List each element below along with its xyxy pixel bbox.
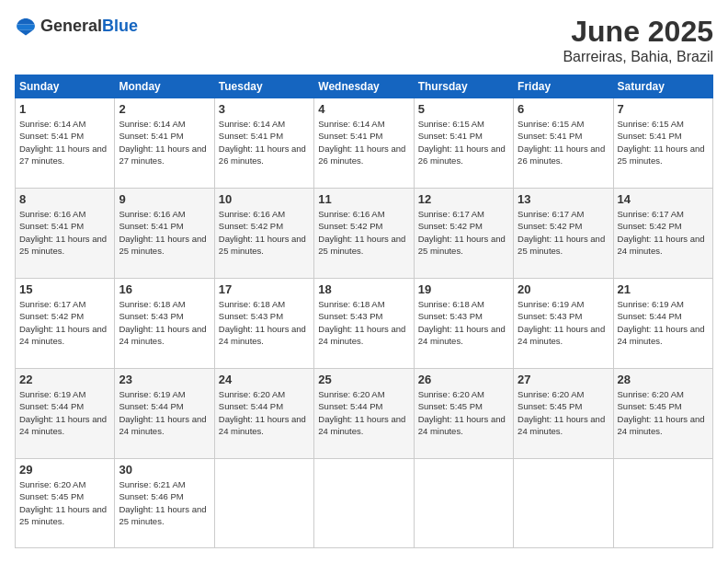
day-info: Sunrise: 6:20 AM Sunset: 5:45 PM Dayligh… bbox=[518, 388, 609, 437]
day-info: Sunrise: 6:20 AM Sunset: 5:44 PM Dayligh… bbox=[219, 388, 310, 437]
logo-general: General bbox=[40, 17, 102, 35]
table-cell: 4 Sunrise: 6:14 AM Sunset: 5:41 PM Dayli… bbox=[314, 98, 414, 189]
day-number: 26 bbox=[418, 373, 509, 386]
day-info: Sunrise: 6:19 AM Sunset: 5:44 PM Dayligh… bbox=[19, 388, 110, 437]
day-number: 17 bbox=[219, 282, 310, 296]
header-tuesday: Tuesday bbox=[214, 75, 313, 98]
table-cell bbox=[514, 458, 613, 547]
day-info: Sunrise: 6:14 AM Sunset: 5:41 PM Dayligh… bbox=[318, 118, 409, 167]
day-info: Sunrise: 6:16 AM Sunset: 5:42 PM Dayligh… bbox=[219, 208, 310, 257]
day-info: Sunrise: 6:20 AM Sunset: 5:45 PM Dayligh… bbox=[618, 388, 709, 437]
table-cell: 28 Sunrise: 6:20 AM Sunset: 5:45 PM Dayl… bbox=[613, 368, 712, 458]
table-cell: 17 Sunrise: 6:18 AM Sunset: 5:43 PM Dayl… bbox=[214, 278, 313, 368]
day-number: 12 bbox=[418, 192, 509, 206]
day-info: Sunrise: 6:15 AM Sunset: 5:41 PM Dayligh… bbox=[618, 118, 709, 167]
day-number: 19 bbox=[418, 282, 509, 296]
table-cell: 7 Sunrise: 6:15 AM Sunset: 5:41 PM Dayli… bbox=[613, 98, 712, 189]
header-saturday: Saturday bbox=[613, 75, 712, 98]
table-cell: 6 Sunrise: 6:15 AM Sunset: 5:41 PM Dayli… bbox=[514, 98, 613, 189]
day-info: Sunrise: 6:14 AM Sunset: 5:41 PM Dayligh… bbox=[119, 118, 210, 167]
day-info: Sunrise: 6:15 AM Sunset: 5:41 PM Dayligh… bbox=[518, 118, 609, 167]
day-number: 29 bbox=[19, 463, 110, 477]
day-info: Sunrise: 6:20 AM Sunset: 5:45 PM Dayligh… bbox=[19, 478, 110, 527]
day-number: 27 bbox=[518, 373, 609, 386]
title-area: June 2025 Barreiras, Bahia, Brazil bbox=[563, 15, 713, 65]
table-cell: 24 Sunrise: 6:20 AM Sunset: 5:44 PM Dayl… bbox=[214, 368, 313, 458]
header-row: Sunday Monday Tuesday Wednesday Thursday… bbox=[16, 75, 713, 98]
day-info: Sunrise: 6:19 AM Sunset: 5:44 PM Dayligh… bbox=[119, 388, 210, 437]
day-number: 16 bbox=[119, 282, 210, 296]
day-number: 6 bbox=[518, 102, 609, 116]
table-cell: 20 Sunrise: 6:19 AM Sunset: 5:43 PM Dayl… bbox=[514, 278, 613, 368]
table-cell: 19 Sunrise: 6:18 AM Sunset: 5:43 PM Dayl… bbox=[414, 278, 513, 368]
header-friday: Friday bbox=[514, 75, 613, 98]
table-cell: 27 Sunrise: 6:20 AM Sunset: 5:45 PM Dayl… bbox=[514, 368, 613, 458]
day-number: 28 bbox=[618, 373, 709, 386]
table-cell: 30 Sunrise: 6:21 AM Sunset: 5:46 PM Dayl… bbox=[115, 458, 214, 547]
day-number: 18 bbox=[318, 282, 409, 296]
header-wednesday: Wednesday bbox=[314, 75, 414, 98]
table-cell: 18 Sunrise: 6:18 AM Sunset: 5:43 PM Dayl… bbox=[314, 278, 414, 368]
table-cell: 9 Sunrise: 6:16 AM Sunset: 5:41 PM Dayli… bbox=[115, 188, 214, 278]
table-cell: 14 Sunrise: 6:17 AM Sunset: 5:42 PM Dayl… bbox=[613, 188, 712, 278]
logo-text: GeneralBlue bbox=[40, 17, 138, 36]
table-cell: 10 Sunrise: 6:16 AM Sunset: 5:42 PM Dayl… bbox=[214, 188, 313, 278]
location-title: Barreiras, Bahia, Brazil bbox=[563, 49, 713, 65]
table-cell bbox=[314, 458, 414, 547]
header-sunday: Sunday bbox=[16, 75, 115, 98]
logo-blue: Blue bbox=[102, 17, 138, 35]
day-info: Sunrise: 6:16 AM Sunset: 5:41 PM Dayligh… bbox=[119, 208, 210, 257]
table-cell bbox=[214, 458, 313, 547]
day-info: Sunrise: 6:16 AM Sunset: 5:42 PM Dayligh… bbox=[318, 208, 409, 257]
day-number: 10 bbox=[219, 192, 310, 206]
table-cell: 25 Sunrise: 6:20 AM Sunset: 5:44 PM Dayl… bbox=[314, 368, 414, 458]
day-number: 7 bbox=[618, 102, 709, 116]
table-cell: 15 Sunrise: 6:17 AM Sunset: 5:42 PM Dayl… bbox=[16, 278, 115, 368]
logo: GeneralBlue bbox=[15, 15, 138, 37]
day-number: 21 bbox=[618, 282, 709, 296]
day-number: 22 bbox=[19, 373, 110, 386]
day-info: Sunrise: 6:20 AM Sunset: 5:45 PM Dayligh… bbox=[418, 388, 509, 437]
day-info: Sunrise: 6:18 AM Sunset: 5:43 PM Dayligh… bbox=[418, 298, 509, 347]
day-number: 11 bbox=[318, 192, 409, 206]
day-number: 3 bbox=[219, 102, 310, 116]
day-number: 20 bbox=[518, 282, 609, 296]
day-info: Sunrise: 6:17 AM Sunset: 5:42 PM Dayligh… bbox=[518, 208, 609, 257]
table-cell: 3 Sunrise: 6:14 AM Sunset: 5:41 PM Dayli… bbox=[214, 98, 313, 189]
day-number: 14 bbox=[618, 192, 709, 206]
day-info: Sunrise: 6:19 AM Sunset: 5:43 PM Dayligh… bbox=[518, 298, 609, 347]
day-info: Sunrise: 6:17 AM Sunset: 5:42 PM Dayligh… bbox=[418, 208, 509, 257]
logo-icon bbox=[15, 15, 37, 37]
day-number: 15 bbox=[19, 282, 110, 296]
table-cell: 29 Sunrise: 6:20 AM Sunset: 5:45 PM Dayl… bbox=[16, 458, 115, 547]
table-cell: 22 Sunrise: 6:19 AM Sunset: 5:44 PM Dayl… bbox=[16, 368, 115, 458]
table-cell: 2 Sunrise: 6:14 AM Sunset: 5:41 PM Dayli… bbox=[115, 98, 214, 189]
table-cell: 12 Sunrise: 6:17 AM Sunset: 5:42 PM Dayl… bbox=[414, 188, 513, 278]
header-monday: Monday bbox=[115, 75, 214, 98]
day-number: 1 bbox=[19, 102, 110, 116]
day-number: 5 bbox=[418, 102, 509, 116]
day-number: 23 bbox=[119, 373, 210, 386]
table-cell: 1 Sunrise: 6:14 AM Sunset: 5:41 PM Dayli… bbox=[16, 98, 115, 189]
day-info: Sunrise: 6:18 AM Sunset: 5:43 PM Dayligh… bbox=[318, 298, 409, 347]
table-cell bbox=[613, 458, 712, 547]
day-info: Sunrise: 6:19 AM Sunset: 5:44 PM Dayligh… bbox=[618, 298, 709, 347]
table-cell: 5 Sunrise: 6:15 AM Sunset: 5:41 PM Dayli… bbox=[414, 98, 513, 189]
day-number: 9 bbox=[119, 192, 210, 206]
page: GeneralBlue June 2025 Barreiras, Bahia, … bbox=[0, 0, 728, 563]
table-cell: 16 Sunrise: 6:18 AM Sunset: 5:43 PM Dayl… bbox=[115, 278, 214, 368]
day-info: Sunrise: 6:14 AM Sunset: 5:41 PM Dayligh… bbox=[19, 118, 110, 167]
day-info: Sunrise: 6:17 AM Sunset: 5:42 PM Dayligh… bbox=[19, 298, 110, 347]
day-number: 30 bbox=[119, 463, 210, 477]
day-info: Sunrise: 6:16 AM Sunset: 5:41 PM Dayligh… bbox=[19, 208, 110, 257]
table-cell: 23 Sunrise: 6:19 AM Sunset: 5:44 PM Dayl… bbox=[115, 368, 214, 458]
table-cell bbox=[414, 458, 513, 547]
table-cell: 26 Sunrise: 6:20 AM Sunset: 5:45 PM Dayl… bbox=[414, 368, 513, 458]
day-info: Sunrise: 6:21 AM Sunset: 5:46 PM Dayligh… bbox=[119, 478, 210, 527]
day-info: Sunrise: 6:14 AM Sunset: 5:41 PM Dayligh… bbox=[219, 118, 310, 167]
day-info: Sunrise: 6:18 AM Sunset: 5:43 PM Dayligh… bbox=[219, 298, 310, 347]
table-cell: 21 Sunrise: 6:19 AM Sunset: 5:44 PM Dayl… bbox=[613, 278, 712, 368]
day-info: Sunrise: 6:18 AM Sunset: 5:43 PM Dayligh… bbox=[119, 298, 210, 347]
table-cell: 11 Sunrise: 6:16 AM Sunset: 5:42 PM Dayl… bbox=[314, 188, 414, 278]
table-cell: 13 Sunrise: 6:17 AM Sunset: 5:42 PM Dayl… bbox=[514, 188, 613, 278]
